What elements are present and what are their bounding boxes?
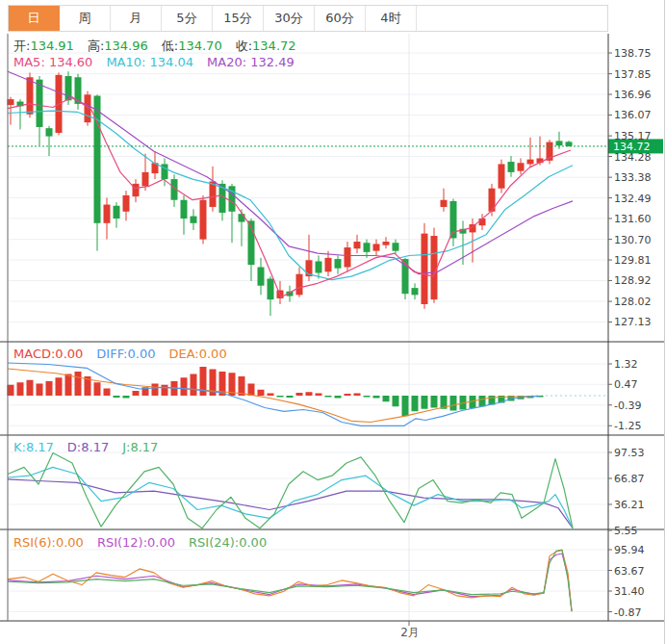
macd-legend: MACD:0.00DIFF:0.00DEA:0.00 bbox=[13, 347, 241, 361]
macd-histogram-bar bbox=[383, 396, 390, 401]
candle-body bbox=[335, 259, 342, 269]
legend-item: MA5: 134.60 bbox=[13, 55, 92, 69]
ma-legend: MA5: 134.60MA10: 134.04MA20: 132.49 bbox=[13, 55, 308, 69]
rsi-legend: RSI(6):0.00RSI(12):0.00RSI(24):0.00 bbox=[13, 535, 280, 550]
candle-body bbox=[566, 142, 573, 146]
macd-histogram-bar bbox=[152, 384, 159, 397]
macd-histogram-bar bbox=[402, 396, 409, 416]
macd-histogram-bar bbox=[412, 396, 419, 411]
macd-histogram-bar bbox=[94, 382, 101, 396]
candle-body bbox=[499, 164, 505, 188]
axis-tick-label: 131.60 bbox=[614, 213, 652, 225]
axis-tick-label: 1.32 bbox=[614, 358, 638, 371]
candle-body bbox=[104, 205, 111, 223]
legend-item: MA10: 134.04 bbox=[106, 55, 193, 69]
rsi12-line bbox=[8, 554, 572, 611]
tab-month[interactable]: 月 bbox=[111, 6, 162, 31]
macd-histogram-bar bbox=[162, 385, 168, 396]
macd-histogram-bar bbox=[248, 384, 255, 397]
candle-body bbox=[556, 141, 563, 145]
axis-tick-label: 130.70 bbox=[614, 234, 652, 246]
candle-body bbox=[123, 195, 130, 212]
macd-histogram-bar bbox=[17, 382, 24, 396]
axis-tick-label: 5.55 bbox=[614, 525, 638, 537]
macd-histogram-bar bbox=[258, 390, 265, 396]
tab-60min[interactable]: 60分 bbox=[315, 6, 366, 31]
macd-histogram-bar bbox=[37, 384, 43, 397]
legend-item: D:8.17 bbox=[67, 440, 109, 454]
macd-histogram-bar bbox=[268, 394, 274, 397]
axis-tick-label: -0.87 bbox=[614, 606, 641, 619]
period-tabbar: 日周月5分15分30分60分4时 bbox=[8, 5, 608, 32]
legend-item: DEA:0.00 bbox=[168, 347, 226, 361]
ma5-line bbox=[8, 97, 571, 297]
macd-histogram-bar bbox=[450, 396, 457, 411]
rsi24-line bbox=[8, 550, 572, 611]
tab-4hour[interactable]: 4时 bbox=[366, 6, 417, 31]
axis-tick-label: 128.02 bbox=[614, 296, 652, 308]
macd-histogram-bar bbox=[104, 389, 111, 397]
legend-item: J:8.17 bbox=[122, 440, 158, 454]
candle-body bbox=[8, 99, 14, 105]
macd-histogram-bar bbox=[277, 396, 284, 398]
tab-day[interactable]: 日 bbox=[9, 6, 60, 31]
candle-body bbox=[200, 200, 207, 240]
candle-body bbox=[37, 80, 43, 127]
macd-histogram-bar bbox=[393, 396, 399, 406]
candle-body bbox=[364, 243, 371, 252]
ma20-line bbox=[8, 71, 573, 274]
tab-30min[interactable]: 30分 bbox=[264, 6, 315, 31]
axis-tick-label: 63.67 bbox=[614, 565, 645, 578]
macd-histogram-bar bbox=[46, 381, 53, 396]
macd-histogram-bar bbox=[133, 391, 140, 396]
candle-body bbox=[142, 172, 149, 186]
legend-item: 低:134.70 bbox=[162, 39, 222, 53]
candle-body bbox=[354, 242, 361, 248]
axis-tick-label: 138.75 bbox=[614, 47, 652, 60]
candle-body bbox=[325, 258, 332, 271]
candle-body bbox=[393, 243, 399, 250]
macd-histogram-bar bbox=[65, 374, 72, 397]
candle-body bbox=[508, 162, 515, 172]
candle-body bbox=[441, 200, 448, 207]
legend-item: MA20: 132.49 bbox=[207, 55, 295, 69]
macd-histogram-bar bbox=[27, 380, 34, 396]
legend-item: 高:134.96 bbox=[88, 39, 148, 53]
macd-histogram-bar bbox=[75, 372, 82, 396]
legend-item: RSI(12):0.00 bbox=[97, 535, 175, 550]
macd-histogram-bar bbox=[345, 394, 351, 396]
candle-body bbox=[518, 163, 525, 170]
legend-item: K:8.17 bbox=[13, 440, 54, 454]
axis-tick-label: 136.07 bbox=[614, 109, 652, 121]
candle-body bbox=[345, 247, 351, 267]
kdj-j-line bbox=[8, 453, 573, 528]
macd-histogram-bar bbox=[114, 396, 120, 398]
legend-item: DIFF:0.00 bbox=[96, 347, 155, 361]
axis-tick-label: 95.94 bbox=[614, 544, 645, 556]
axis-tick-label: 133.38 bbox=[614, 171, 652, 184]
macd-histogram-bar bbox=[479, 396, 486, 406]
axis-tick-label: 97.53 bbox=[614, 447, 645, 459]
candle-body bbox=[316, 261, 322, 272]
candle-body bbox=[296, 274, 303, 296]
legend-item: RSI(24):0.00 bbox=[189, 535, 267, 550]
candle-body bbox=[114, 206, 120, 219]
axis-tick-label: 128.92 bbox=[614, 274, 652, 287]
tab-15min[interactable]: 15分 bbox=[213, 6, 264, 31]
tab-5min[interactable]: 5分 bbox=[162, 6, 213, 31]
axis-tick-label: 135.17 bbox=[614, 130, 652, 142]
legend-item: MACD:0.00 bbox=[13, 347, 83, 361]
legend-item: RSI(6):0.00 bbox=[13, 535, 84, 550]
macd-histogram-bar bbox=[316, 394, 322, 397]
candle-body bbox=[94, 95, 101, 222]
tab-week[interactable]: 周 bbox=[60, 6, 111, 31]
candle-body bbox=[46, 128, 53, 136]
axis-tick-label: -0.39 bbox=[614, 399, 641, 412]
axis-tick-label: 132.49 bbox=[614, 193, 652, 205]
macd-histogram-bar bbox=[364, 396, 371, 398]
candle-body bbox=[191, 217, 197, 223]
axis-tick-label: 36.21 bbox=[614, 499, 645, 511]
macd-histogram-bar bbox=[191, 374, 197, 397]
axis-tick-label: 137.85 bbox=[614, 68, 652, 81]
macd-histogram-bar bbox=[373, 396, 380, 399]
